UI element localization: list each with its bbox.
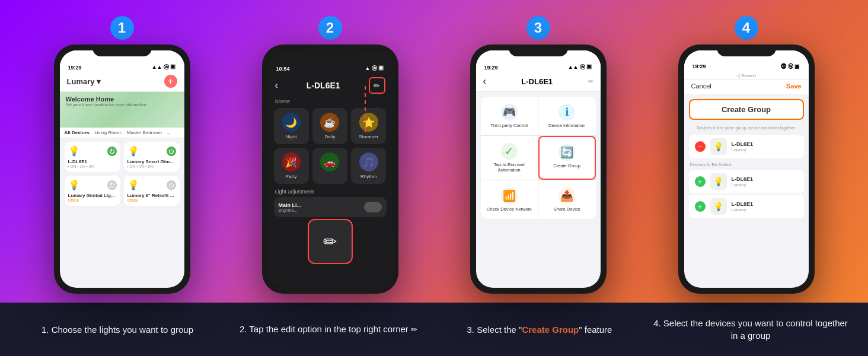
device-card-2[interactable]: 💡 ⏻ Lumary Smart Gim... • ON • 1% • 0% <box>124 142 180 172</box>
cancel-button[interactable]: Cancel <box>691 82 711 90</box>
step-3-container: 3 19:29 ▲▲ ⓦ ▣ ‹ L-DL6E1 ✏ <box>470 21 607 294</box>
red-arrow: ← <box>595 151 596 165</box>
scene-party[interactable]: 🎉 Party <box>274 148 309 184</box>
device-card-1[interactable]: 💡 ⏻ L-DL6E1 • ON • 1% • 0% <box>65 142 120 172</box>
scene-grid: 🌙 Night ☕ Daily ⭐ Streamer 🎉 <box>268 108 392 189</box>
remove-device-btn[interactable]: − <box>695 141 706 152</box>
create-group-button[interactable]: Create Group <box>689 99 804 120</box>
device-card-4[interactable]: 💡 ⏻ Lumary 6" Retrofit ... Offline <box>124 176 180 206</box>
phone-2-notch <box>301 44 360 56</box>
step-3-badge: 3 <box>526 16 550 40</box>
step-2-container: 2 10:54 ▲ ⓦ ▣ ‹ L-DL6E1 ✏ <box>262 21 398 294</box>
phone-1-map: Welcome Home Set your home location for … <box>60 92 184 128</box>
toggle-switch[interactable] <box>364 202 382 212</box>
step-1-badge: 1 <box>110 16 134 40</box>
add-device-2: + 💡 L-DL6E1 Lumary <box>689 195 804 218</box>
phone-4-header: Cancel Save <box>684 80 809 94</box>
main-container: 1 19:29 ▲▲ ⓦ ▣ Lumary ▾ + <box>0 0 868 356</box>
phone-1-header: Lumary ▾ + <box>60 72 184 92</box>
menu-device-info[interactable]: ℹ Device Information <box>538 97 596 135</box>
menu-share-device[interactable]: 📤 Share Device <box>538 180 596 219</box>
device-card-3[interactable]: 💡 ⏻ Lumary Gimbal Lig... Offline <box>65 176 120 206</box>
phone-3-notch <box>509 44 568 56</box>
power-icon-4[interactable]: ⏻ <box>167 180 176 190</box>
add-device-btn-2[interactable]: + <box>695 201 706 212</box>
phone-1-screen: 19:29 ▲▲ ⓦ ▣ Lumary ▾ + Welcome Home Set… <box>60 50 184 288</box>
edit-button[interactable]: ✏ <box>369 77 385 94</box>
menu-create-group[interactable]: 🔄 Create Group ← <box>538 136 596 180</box>
phone-1-device-grid: 💡 ⏻ L-DL6E1 • ON • 1% • 0% 💡 ⏻ Lumary <box>60 138 184 209</box>
step-4-badge: 4 <box>735 16 758 40</box>
search-hint: ◁ Search <box>684 72 809 80</box>
step-1-container: 1 19:29 ▲▲ ⓦ ▣ Lumary ▾ + <box>54 21 190 294</box>
scene-night[interactable]: 🌙 Night <box>274 108 309 144</box>
phone-1-notch <box>92 44 152 56</box>
edit-icon-3[interactable]: ✏ <box>588 78 593 85</box>
caption-2: 2. Tap the edit option in the top right … <box>223 323 434 335</box>
scene-rhythm[interactable]: 🎵 Rhythm <box>351 148 386 184</box>
caption-1: 1. Choose the lights you want to group <box>12 323 223 336</box>
step-2-badge: 2 <box>318 16 342 40</box>
main-light-box: Main Li... Brightne... <box>274 197 387 217</box>
phone-3-screen: 19:29 ▲▲ ⓦ ▣ ‹ L-DL6E1 ✏ 🎮 <box>476 50 601 288</box>
phone-4-notch <box>717 44 776 56</box>
power-icon-2[interactable]: ⏻ <box>167 147 176 156</box>
power-icon-3[interactable]: ⏻ <box>107 180 117 190</box>
back-button[interactable]: ‹ <box>275 80 278 91</box>
dashed-line <box>365 86 366 134</box>
edit-overlay: ✏ <box>308 219 353 264</box>
phone-1-tabs: All Devices Living Room: Master Bedroom … <box>60 128 184 138</box>
add-device-1: + 💡 L-DL6E1 Lumary <box>689 170 804 193</box>
back-button-3[interactable]: ‹ <box>483 76 486 87</box>
caption-bar: 1. Choose the lights you want to group 2… <box>0 303 868 356</box>
menu-check-network[interactable]: 📶 Check Device Network <box>481 180 538 219</box>
gradient-background: 1 19:29 ▲▲ ⓦ ▣ Lumary ▾ + <box>0 0 868 303</box>
scene-daily[interactable]: ☕ Daily <box>312 108 347 144</box>
step-4-container: 4 19:29 ⓾ ⓦ ▣ ◁ Search Cancel Save C <box>678 21 815 294</box>
save-button[interactable]: Save <box>786 82 802 90</box>
add-device-btn-1[interactable]: + <box>695 176 706 187</box>
menu-tap-to-run[interactable]: ✓ Tap-to-Run and Automation <box>481 136 538 180</box>
add-button[interactable]: + <box>164 75 177 88</box>
scene-streamer[interactable]: ⭐ Streamer <box>351 108 386 144</box>
caption-3: 3. Select the "Create Group" feature <box>434 323 645 336</box>
phone-2-frame: 10:54 ▲ ⓦ ▣ ‹ L-DL6E1 ✏ Scene 🌙 Ni <box>262 44 398 294</box>
phone-3-menu-grid: 🎮 Third-party Control ℹ Device Informati… <box>481 97 596 219</box>
phone-2-header: ‹ L-DL6E1 ✏ <box>268 75 392 98</box>
caption-4: 4. Select the devices you want to contro… <box>645 317 856 342</box>
phone-4-frame: 19:29 ⓾ ⓦ ▣ ◁ Search Cancel Save Create … <box>678 44 815 294</box>
phone-2-screen: 10:54 ▲ ⓦ ▣ ‹ L-DL6E1 ✏ Scene 🌙 Ni <box>268 50 392 288</box>
phone-4-screen: 19:29 ⓾ ⓦ ▣ ◁ Search Cancel Save Create … <box>684 50 809 288</box>
phone-1-frame: 19:29 ▲▲ ⓦ ▣ Lumary ▾ + Welcome Home Set… <box>54 44 190 294</box>
phone-3-frame: 19:29 ▲▲ ⓦ ▣ ‹ L-DL6E1 ✏ 🎮 <box>470 44 607 294</box>
menu-third-party[interactable]: 🎮 Third-party Control <box>481 97 538 135</box>
added-device-1: − 💡 L-DL6E1 Lumary <box>689 135 804 158</box>
phone-3-header: ‹ L-DL6E1 ✏ <box>476 74 601 92</box>
scene-car[interactable]: 🚗 <box>312 148 347 184</box>
power-icon-1[interactable]: ⏻ <box>107 147 117 156</box>
